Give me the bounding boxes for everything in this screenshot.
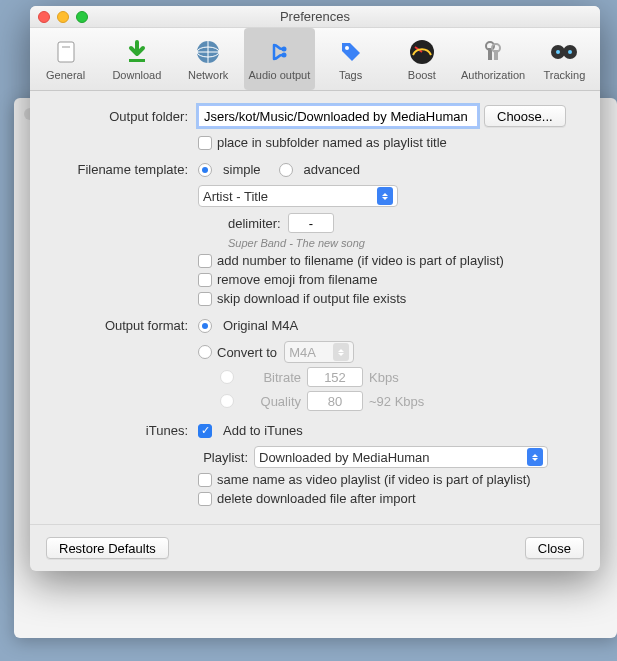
tab-label: Boost <box>408 69 436 81</box>
delete-after-label: delete downloaded file after import <box>217 491 416 506</box>
skip-exists-label: skip download if output file exists <box>217 291 406 306</box>
svg-point-7 <box>345 46 349 50</box>
bitrate-radio[interactable] <box>220 370 234 384</box>
playlist-select[interactable]: Downloaded by MediaHuman <box>254 446 548 468</box>
remove-emoji-label: remove emoji from filename <box>217 272 377 287</box>
bitrate-label: Bitrate <box>245 370 301 385</box>
add-number-checkbox[interactable] <box>198 254 212 268</box>
add-to-itunes-checkbox[interactable] <box>198 424 212 438</box>
template-example: Super Band - The new song <box>228 237 365 249</box>
quality-est: ~92 Kbps <box>369 394 424 409</box>
tab-tracking[interactable]: Tracking <box>529 28 600 90</box>
tab-authorization[interactable]: Authorization <box>458 28 529 90</box>
choose-folder-button[interactable]: Choose... <box>484 105 566 127</box>
bitrate-unit: Kbps <box>369 370 399 385</box>
svg-point-17 <box>568 50 572 54</box>
restore-defaults-button[interactable]: Restore Defaults <box>46 537 169 559</box>
tab-network[interactable]: Network <box>173 28 244 90</box>
tab-audio-output[interactable]: Audio output <box>244 28 315 90</box>
preferences-toolbar: General Download Network Audio output Ta… <box>30 28 600 91</box>
delete-after-checkbox[interactable] <box>198 492 212 506</box>
delimiter-input[interactable] <box>288 213 334 233</box>
template-advanced-radio[interactable] <box>279 163 293 177</box>
tab-general[interactable]: General <box>30 28 101 90</box>
svg-point-5 <box>282 47 287 52</box>
titlebar: Preferences <box>30 6 600 28</box>
audio-output-icon <box>264 37 294 67</box>
svg-rect-1 <box>62 46 70 48</box>
svg-rect-0 <box>58 42 74 62</box>
output-folder-label: Output folder: <box>48 109 198 124</box>
quality-input[interactable] <box>307 391 363 411</box>
add-number-label: add number to filename (if video is part… <box>217 253 504 268</box>
button-bar: Restore Defaults Close <box>30 524 600 571</box>
template-pattern-select[interactable]: Artist - Title <box>198 185 398 207</box>
network-icon <box>193 37 223 67</box>
preferences-window: Preferences General Download Network Aud… <box>30 6 600 571</box>
chevron-updown-icon <box>377 187 393 205</box>
tab-label: Tracking <box>543 69 585 81</box>
tab-label: Tags <box>339 69 362 81</box>
tab-tags[interactable]: Tags <box>315 28 386 90</box>
subfolder-checkbox[interactable] <box>198 136 212 150</box>
download-icon <box>122 37 152 67</box>
close-window-button[interactable] <box>38 11 50 23</box>
output-format-label: Output format: <box>48 318 198 333</box>
itunes-label: iTunes: <box>48 423 198 438</box>
template-advanced-label: advanced <box>304 162 360 177</box>
remove-emoji-checkbox[interactable] <box>198 273 212 287</box>
delimiter-label: delimiter: <box>228 216 281 231</box>
same-name-checkbox[interactable] <box>198 473 212 487</box>
window-title: Preferences <box>30 9 600 24</box>
convert-format-value: M4A <box>289 345 327 360</box>
template-pattern-value: Artist - Title <box>203 189 371 204</box>
close-button[interactable]: Close <box>525 537 584 559</box>
tab-boost[interactable]: Boost <box>386 28 457 90</box>
tab-label: Authorization <box>461 69 525 81</box>
output-folder-input[interactable] <box>198 105 478 127</box>
quality-radio[interactable] <box>220 394 234 408</box>
svg-rect-12 <box>494 50 498 60</box>
tab-label: Download <box>112 69 161 81</box>
playlist-label: Playlist: <box>198 450 248 465</box>
chevron-updown-icon <box>333 343 349 361</box>
playlist-value: Downloaded by MediaHuman <box>259 450 521 465</box>
template-simple-label: simple <box>223 162 261 177</box>
tab-label: Network <box>188 69 228 81</box>
format-convert-radio[interactable] <box>198 345 212 359</box>
authorization-icon <box>478 37 508 67</box>
subfolder-label: place in subfolder named as playlist tit… <box>217 135 447 150</box>
template-simple-radio[interactable] <box>198 163 212 177</box>
content-pane: Output folder: Choose... place in subfol… <box>30 91 600 524</box>
chevron-updown-icon <box>527 448 543 466</box>
minimize-window-button[interactable] <box>57 11 69 23</box>
svg-rect-2 <box>129 59 145 62</box>
add-to-itunes-label: Add to iTunes <box>223 423 303 438</box>
tab-label: Audio output <box>248 69 310 81</box>
quality-label: Quality <box>245 394 301 409</box>
tab-download[interactable]: Download <box>101 28 172 90</box>
filename-template-label: Filename template: <box>48 162 198 177</box>
skip-exists-checkbox[interactable] <box>198 292 212 306</box>
format-convert-label: Convert to <box>217 345 277 360</box>
convert-format-select[interactable]: M4A <box>284 341 354 363</box>
general-icon <box>51 37 81 67</box>
tags-icon <box>336 37 366 67</box>
svg-point-16 <box>556 50 560 54</box>
zoom-window-button[interactable] <box>76 11 88 23</box>
bitrate-input[interactable] <box>307 367 363 387</box>
tab-label: General <box>46 69 85 81</box>
format-original-radio[interactable] <box>198 319 212 333</box>
svg-point-6 <box>282 53 287 58</box>
boost-icon <box>407 37 437 67</box>
tracking-icon <box>549 37 579 67</box>
same-name-label: same name as video playlist (if video is… <box>217 472 531 487</box>
format-original-label: Original M4A <box>223 318 298 333</box>
